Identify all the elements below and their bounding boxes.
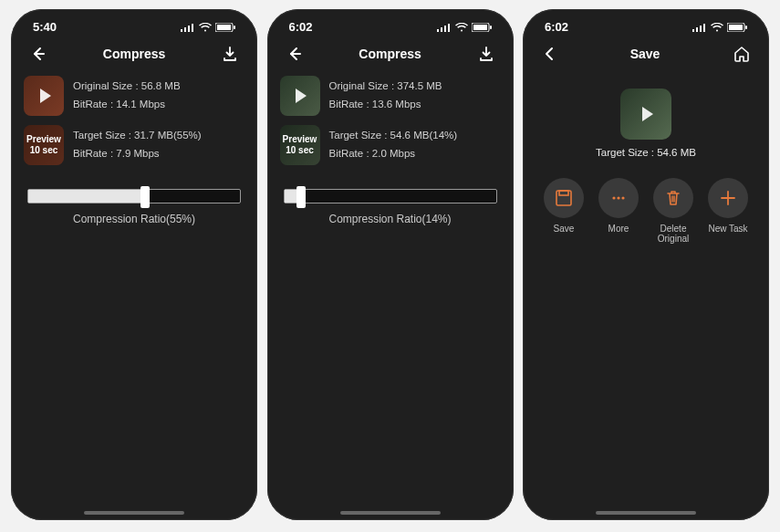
status-time: 6:02 <box>289 20 313 34</box>
target-info-text: Target Size : 54.6 MB(14%) BitRate : 2.0… <box>329 127 458 162</box>
svg-rect-3 <box>192 24 193 32</box>
action-save: Save <box>537 178 590 244</box>
svg-rect-9 <box>444 26 446 32</box>
back-button[interactable] <box>29 45 47 63</box>
original-thumbnail[interactable] <box>24 76 64 116</box>
download-icon <box>221 45 239 63</box>
svg-rect-1 <box>184 27 186 32</box>
svg-rect-12 <box>473 25 487 30</box>
compression-ratio-label: Compression Ratio(14%) <box>284 213 497 225</box>
home-indicator[interactable] <box>340 511 441 515</box>
header: Save <box>536 39 756 76</box>
svg-rect-6 <box>234 26 235 29</box>
svg-rect-20 <box>745 26 747 29</box>
original-thumbnail[interactable] <box>280 76 320 116</box>
back-button[interactable] <box>286 45 304 63</box>
svg-rect-13 <box>490 26 492 29</box>
home-button[interactable] <box>733 45 751 63</box>
download-button[interactable] <box>221 45 239 63</box>
battery-icon <box>472 23 492 32</box>
slider-knob[interactable] <box>296 186 306 208</box>
status-bar: 6:02 <box>536 20 756 39</box>
home-icon <box>733 45 751 63</box>
original-bitrate-label: BitRate : 14.1 Mbps <box>73 96 181 114</box>
svg-rect-7 <box>437 29 439 32</box>
svg-rect-0 <box>181 29 182 32</box>
phone-screen-1: 5:40 Compress Original Size : 56.8 MB Bi… <box>11 9 257 520</box>
phone-screen-2: 6:02 Compress Original Size : 374.5 MB B… <box>267 9 514 520</box>
status-bar: 6:02 <box>280 20 501 39</box>
delete-original-button[interactable] <box>653 178 693 218</box>
svg-rect-15 <box>696 27 698 32</box>
slider-track <box>27 189 241 203</box>
save-icon <box>554 188 574 208</box>
download-button[interactable] <box>477 45 495 63</box>
original-size-label: Original Size : 56.8 MB <box>73 78 181 96</box>
target-size-caption: Target Size : 54.6 MB <box>596 147 696 158</box>
svg-point-23 <box>612 196 615 199</box>
slider-fill <box>28 190 145 203</box>
compression-ratio-label: Compression Ratio(55%) <box>27 213 241 225</box>
svg-rect-19 <box>729 25 743 30</box>
play-icon <box>296 89 307 103</box>
preview-thumbnail[interactable]: Preview 10 sec <box>280 125 320 165</box>
original-info-text: Original Size : 56.8 MB BitRate : 14.1 M… <box>73 78 181 113</box>
home-indicator[interactable] <box>596 511 696 515</box>
status-indicators <box>692 23 747 32</box>
new-task-button[interactable] <box>708 178 748 218</box>
back-button[interactable] <box>541 46 557 62</box>
svg-point-24 <box>617 196 619 199</box>
slider-track <box>284 189 497 203</box>
svg-rect-14 <box>692 29 694 32</box>
compression-slider[interactable]: Compression Ratio(55%) <box>24 189 244 225</box>
target-bitrate-label: BitRate : 2.0 Mbps <box>329 145 458 163</box>
preview-label-1: Preview <box>26 134 61 145</box>
save-button[interactable] <box>544 178 584 218</box>
battery-icon <box>727 23 747 32</box>
svg-rect-8 <box>441 27 442 32</box>
save-summary: Target Size : 54.6 MB <box>536 89 756 158</box>
compression-slider[interactable]: Compression Ratio(14%) <box>280 189 501 225</box>
svg-rect-16 <box>700 26 702 32</box>
original-info-text: Original Size : 374.5 MB BitRate : 13.6 … <box>329 78 442 113</box>
preview-overlay: Preview 10 sec <box>280 125 320 165</box>
preview-label-2: 10 sec <box>30 145 58 156</box>
play-icon <box>40 89 51 103</box>
status-indicators <box>181 23 235 32</box>
action-more: More <box>592 178 645 244</box>
original-size-label: Original Size : 374.5 MB <box>329 78 442 96</box>
preview-thumbnail[interactable]: Preview 10 sec <box>24 125 64 165</box>
slider-knob[interactable] <box>140 186 150 208</box>
arrow-back-icon <box>29 45 47 63</box>
header: Compress <box>280 39 501 76</box>
chevron-back-icon <box>541 46 557 62</box>
svg-rect-17 <box>703 24 705 32</box>
plus-icon <box>718 188 738 208</box>
delete-label: Delete Original <box>647 224 700 244</box>
wifi-icon <box>455 23 468 32</box>
more-button[interactable] <box>598 178 639 218</box>
svg-rect-10 <box>448 24 450 32</box>
header-title: Compress <box>103 47 165 61</box>
status-indicators <box>437 23 492 32</box>
more-label: More <box>608 224 629 234</box>
more-icon <box>608 188 629 208</box>
trash-icon <box>663 188 683 208</box>
home-indicator[interactable] <box>84 511 184 515</box>
signal-icon <box>181 23 195 32</box>
target-size-label: Target Size : 31.7 MB(55%) <box>73 127 202 145</box>
status-time: 6:02 <box>545 20 568 34</box>
status-bar: 5:40 <box>24 20 244 39</box>
preview-label-1: Preview <box>283 134 317 145</box>
wifi-icon <box>199 23 212 32</box>
header: Compress <box>24 39 244 76</box>
header-title: Compress <box>359 47 421 61</box>
preview-overlay: Preview 10 sec <box>24 125 64 165</box>
target-info: Preview 10 sec Target Size : 54.6 MB(14%… <box>280 125 501 165</box>
result-thumbnail[interactable] <box>620 89 671 140</box>
original-bitrate-label: BitRate : 13.6 Mbps <box>329 96 442 114</box>
svg-rect-2 <box>188 26 190 32</box>
target-info: Preview 10 sec Target Size : 31.7 MB(55%… <box>24 125 244 165</box>
signal-icon <box>692 23 707 32</box>
signal-icon <box>437 23 452 32</box>
